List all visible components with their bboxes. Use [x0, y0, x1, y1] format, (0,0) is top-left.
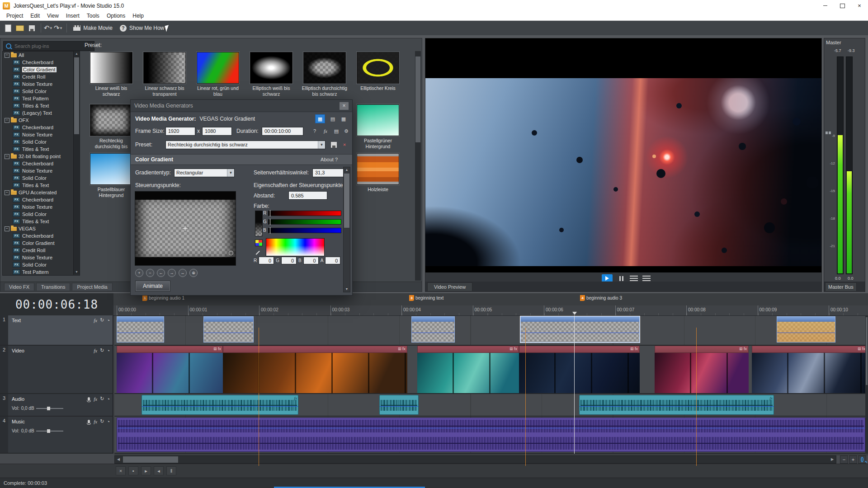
- pause-bars-icon[interactable]: ‖: [166, 466, 176, 475]
- minimize-button[interactable]: [816, 0, 834, 11]
- track-header-video[interactable]: 2 Video fx ↻ ◔: [0, 346, 113, 394]
- tree-item[interactable]: − FX Checkerboard: [3, 124, 80, 131]
- dock-tab[interactable]: Project Media: [72, 283, 112, 291]
- preview-quality-menu[interactable]: [630, 276, 638, 281]
- scrollbar-thumb[interactable]: [344, 174, 349, 228]
- volume-slider-handle[interactable]: [47, 407, 50, 410]
- menu-item[interactable]: View: [43, 12, 62, 20]
- track-fx-icon[interactable]: fx: [94, 318, 97, 323]
- timecode-display[interactable]: 00:00:06:18: [0, 293, 114, 316]
- dialog-scrollbar[interactable]: ▲ ▼: [343, 167, 350, 292]
- tree-item[interactable]: − FX Checkerboard: [3, 59, 80, 66]
- marker-flag-icon[interactable]: 4: [580, 295, 585, 301]
- zoom-out-button[interactable]: −: [840, 455, 848, 464]
- tree-item[interactable]: − FX Test Pattern: [3, 268, 80, 276]
- automation-icon[interactable]: ↻: [100, 396, 104, 402]
- text-event[interactable]: [411, 316, 455, 343]
- marker-flag-icon[interactable]: 1: [142, 295, 147, 301]
- view-grid-button[interactable]: ▤: [328, 114, 338, 123]
- clock-icon[interactable]: ◔: [107, 396, 110, 402]
- center-point-button[interactable]: ⊕: [189, 269, 198, 277]
- timeline-hscrollbar[interactable]: ◀ ▶: [114, 455, 836, 464]
- delete-preset-button[interactable]: ×: [340, 140, 349, 149]
- show-me-how-button[interactable]: ?Show Me How: [116, 22, 168, 34]
- aspect-angle-input[interactable]: [314, 169, 342, 176]
- zoom-in-button[interactable]: +: [849, 455, 857, 464]
- menu-item[interactable]: Help: [129, 12, 147, 20]
- tree-item[interactable]: − FX Solid Color: [3, 138, 80, 145]
- dock-tab[interactable]: Video FX: [4, 283, 34, 291]
- fit-button[interactable]: ↔: [179, 269, 187, 277]
- color-spectrum-picker[interactable]: [266, 238, 325, 256]
- tree-item[interactable]: − FX Color Gradient: [3, 66, 80, 73]
- tree-item[interactable]: − FX 32-bit floating point: [3, 153, 80, 160]
- search-box[interactable]: [3, 41, 94, 51]
- fx-icon[interactable]: fx: [321, 127, 330, 136]
- menu-item[interactable]: Insert: [62, 12, 83, 20]
- tree-item[interactable]: − FX Noise Texture: [3, 167, 80, 174]
- clock-icon[interactable]: ◔: [107, 348, 110, 353]
- collapse-icon[interactable]: −: [5, 226, 9, 231]
- new-project-button[interactable]: [3, 23, 14, 33]
- frame-width-input[interactable]: [167, 128, 193, 134]
- preset-item[interactable]: Linear weiß bis schwarz: [85, 52, 138, 97]
- automation-icon[interactable]: ↻: [100, 347, 104, 353]
- text-event[interactable]: [520, 316, 640, 343]
- track-lane-text[interactable]: [114, 315, 868, 346]
- gradient-type-dropdown[interactable]: Rectangular ▾: [174, 169, 235, 177]
- scrollbar-thumb[interactable]: [415, 56, 420, 142]
- save-project-button[interactable]: [26, 23, 37, 33]
- next-point-button[interactable]: →: [168, 269, 176, 277]
- gear-icon[interactable]: ⚙: [341, 127, 351, 136]
- frame-height-input[interactable]: [204, 128, 230, 134]
- track-fx-icon[interactable]: fx: [94, 348, 97, 353]
- video-event-header[interactable]: [519, 346, 640, 353]
- text-event[interactable]: [203, 316, 254, 343]
- collapse-icon[interactable]: −: [5, 118, 9, 123]
- video-preview-tab[interactable]: Video Preview: [427, 282, 472, 291]
- scrollbar-thumb[interactable]: [866, 317, 868, 385]
- tree-item[interactable]: − FX Noise Texture: [3, 203, 80, 211]
- alpha-strip[interactable]: [255, 211, 263, 236]
- video-event-header[interactable]: [752, 346, 867, 353]
- text-event[interactable]: [777, 316, 835, 343]
- volume-slider-handle[interactable]: [47, 429, 50, 433]
- close-button[interactable]: ×: [851, 0, 868, 11]
- control-point-crosshair-icon[interactable]: [183, 226, 188, 231]
- video-event-thumbnails[interactable]: [519, 353, 640, 393]
- tree-item[interactable]: − FX Credit Roll: [3, 247, 80, 254]
- dialog-close-button[interactable]: ×: [340, 102, 349, 110]
- preset-item[interactable]: Linear rot, grün und blau: [191, 52, 245, 97]
- text-event[interactable]: [117, 316, 164, 343]
- play-reverse-icon[interactable]: ◂: [154, 466, 164, 475]
- microphone-icon[interactable]: [88, 397, 90, 401]
- redo-button[interactable]: ↷▾: [54, 24, 62, 32]
- video-event-header[interactable]: [655, 346, 749, 353]
- menu-item[interactable]: Options: [103, 12, 129, 20]
- eyedropper-button[interactable]: [254, 248, 264, 257]
- preset-item[interactable]: Elliptisch weiß bis schwarz: [245, 52, 298, 97]
- volume-slider[interactable]: [36, 408, 63, 409]
- search-input[interactable]: [14, 43, 94, 49]
- music-event[interactable]: [117, 418, 865, 452]
- tree-item[interactable]: − FX Solid Color: [3, 174, 80, 182]
- preset-item[interactable]: Pastellgrüner Hintergrund: [351, 104, 405, 150]
- video-event-thumbnails[interactable]: [752, 353, 867, 393]
- scroll-up-icon[interactable]: ▲: [344, 167, 350, 173]
- track-fx-icon[interactable]: fx: [94, 419, 97, 424]
- video-event-thumbnails[interactable]: [655, 353, 749, 393]
- preset-item[interactable]: Holzleiste: [351, 153, 405, 192]
- tree-item[interactable]: − FX (Legacy) Text: [3, 109, 80, 117]
- make-movie-button[interactable]: Make Movie: [70, 22, 116, 34]
- tree-item[interactable]: − FX Checkerboard: [3, 160, 80, 167]
- dock-tab[interactable]: Transitions: [36, 283, 70, 291]
- track-lane-audio[interactable]: fx fx: [114, 394, 868, 417]
- tree-item[interactable]: − FX GPU Accelerated: [3, 189, 80, 196]
- timeline-marker[interactable]: 4 beginning audio 3: [580, 295, 622, 301]
- video-event-thumbnails[interactable]: [223, 353, 407, 393]
- snap-icon[interactable]: ▪: [128, 466, 138, 475]
- scroll-up-icon[interactable]: ▲: [74, 51, 80, 56]
- r-input[interactable]: [260, 258, 272, 264]
- video-event-header[interactable]: [417, 346, 519, 353]
- save-preset-button[interactable]: [329, 140, 339, 149]
